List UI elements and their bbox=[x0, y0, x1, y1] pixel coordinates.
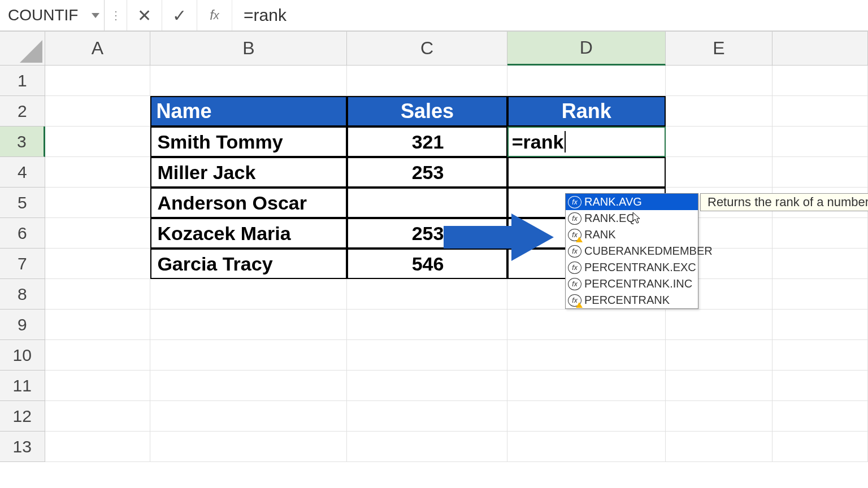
cell-C13[interactable] bbox=[347, 432, 507, 462]
cell-D9[interactable] bbox=[507, 310, 666, 340]
cell-F7[interactable] bbox=[772, 249, 868, 279]
cell-B10[interactable] bbox=[150, 340, 347, 371]
cell-B12[interactable] bbox=[150, 401, 347, 432]
cell-D10[interactable] bbox=[507, 340, 666, 371]
autocomplete-item-cuberankedmember[interactable]: fx CUBERANKEDMEMBER bbox=[566, 243, 698, 259]
cell-A9[interactable] bbox=[45, 310, 151, 340]
cell-B3[interactable]: Smith Tommy bbox=[150, 127, 347, 157]
col-header-D[interactable]: D bbox=[507, 32, 666, 66]
col-header-C[interactable]: C bbox=[347, 32, 507, 66]
cell-E12[interactable] bbox=[666, 401, 772, 432]
chevron-down-icon[interactable] bbox=[92, 13, 99, 18]
cell-F1[interactable] bbox=[772, 66, 868, 96]
table-header-rank[interactable]: Rank bbox=[507, 96, 666, 127]
cell-B9[interactable] bbox=[150, 310, 347, 340]
cell-A10[interactable] bbox=[45, 340, 151, 371]
col-header-F[interactable] bbox=[772, 32, 868, 66]
cell-D3-editing[interactable]: =rank bbox=[507, 127, 666, 157]
row-header-13[interactable]: 13 bbox=[0, 432, 45, 462]
cell-A2[interactable] bbox=[45, 96, 151, 127]
cell-B11[interactable] bbox=[150, 371, 347, 401]
cell-F9[interactable] bbox=[772, 310, 868, 340]
cell-A11[interactable] bbox=[45, 371, 151, 401]
col-header-A[interactable]: A bbox=[45, 32, 151, 66]
row-header-10[interactable]: 10 bbox=[0, 340, 45, 371]
cell-F8[interactable] bbox=[772, 279, 868, 310]
cell-A1[interactable] bbox=[45, 66, 151, 96]
row-header-11[interactable]: 11 bbox=[0, 371, 45, 401]
cell-C10[interactable] bbox=[347, 340, 507, 371]
function-icon: fx bbox=[568, 278, 581, 290]
cell-D12[interactable] bbox=[507, 401, 666, 432]
accept-formula-button[interactable]: ✓ bbox=[162, 0, 197, 30]
cell-E9[interactable] bbox=[666, 310, 772, 340]
cell-B6[interactable]: Kozacek Maria bbox=[150, 218, 347, 249]
autocomplete-item-rank-avg[interactable]: fx RANK.AVG bbox=[566, 194, 698, 210]
cell-B7[interactable]: Garcia Tracy bbox=[150, 249, 347, 279]
row-header-6[interactable]: 6 bbox=[0, 218, 45, 249]
cell-A12[interactable] bbox=[45, 401, 151, 432]
cell-D13[interactable] bbox=[507, 432, 666, 462]
cell-D11[interactable] bbox=[507, 371, 666, 401]
row-header-4[interactable]: 4 bbox=[0, 157, 45, 188]
fx-icon[interactable]: fx bbox=[197, 0, 232, 30]
cell-E10[interactable] bbox=[666, 340, 772, 371]
select-all-corner[interactable] bbox=[0, 32, 45, 66]
col-header-E[interactable]: E bbox=[666, 32, 772, 66]
autocomplete-item-rank[interactable]: fx RANK bbox=[566, 226, 698, 243]
cancel-formula-button[interactable]: ✕ bbox=[127, 0, 162, 30]
col-header-B[interactable]: B bbox=[150, 32, 347, 66]
cell-B1[interactable] bbox=[150, 66, 347, 96]
cell-F2[interactable] bbox=[772, 96, 868, 127]
cell-C1[interactable] bbox=[347, 66, 507, 96]
cell-A8[interactable] bbox=[45, 279, 151, 310]
cell-F3[interactable] bbox=[772, 127, 868, 157]
formula-input[interactable]: =rank bbox=[232, 0, 868, 30]
row-header-1[interactable]: 1 bbox=[0, 66, 45, 96]
cell-E3[interactable] bbox=[666, 127, 772, 157]
cell-D1[interactable] bbox=[507, 66, 666, 96]
table-header-sales[interactable]: Sales bbox=[347, 96, 507, 127]
row-header-5[interactable]: 5 bbox=[0, 188, 45, 218]
autocomplete-item-percentrank[interactable]: fx PERCENTRANK bbox=[566, 292, 698, 308]
cell-E1[interactable] bbox=[666, 66, 772, 96]
cell-C11[interactable] bbox=[347, 371, 507, 401]
row-header-7[interactable]: 7 bbox=[0, 249, 45, 279]
row-header-3[interactable]: 3 bbox=[0, 127, 45, 157]
cell-C8[interactable] bbox=[347, 279, 507, 310]
row-header-9[interactable]: 9 bbox=[0, 310, 45, 340]
autocomplete-item-rank-eq[interactable]: fx RANK.EQ bbox=[566, 210, 698, 226]
cell-E2[interactable] bbox=[666, 96, 772, 127]
cell-C4[interactable]: 253 bbox=[347, 157, 507, 188]
cell-E11[interactable] bbox=[666, 371, 772, 401]
cell-C9[interactable] bbox=[347, 310, 507, 340]
cell-D4[interactable] bbox=[507, 157, 666, 188]
cell-F10[interactable] bbox=[772, 340, 868, 371]
cell-B4[interactable]: Miller Jack bbox=[150, 157, 347, 188]
row-header-2[interactable]: 2 bbox=[0, 96, 45, 127]
cell-C12[interactable] bbox=[347, 401, 507, 432]
cell-A13[interactable] bbox=[45, 432, 151, 462]
cell-A7[interactable] bbox=[45, 249, 151, 279]
autocomplete-item-percentrank-inc[interactable]: fx PERCENTRANK.INC bbox=[566, 276, 698, 292]
row-header-12[interactable]: 12 bbox=[0, 401, 45, 432]
name-box[interactable]: COUNTIF bbox=[0, 0, 105, 30]
autocomplete-item-percentrank-exc[interactable]: fx PERCENTRANK.EXC bbox=[566, 259, 698, 276]
cell-B8[interactable] bbox=[150, 279, 347, 310]
cell-E13[interactable] bbox=[666, 432, 772, 462]
cell-A3[interactable] bbox=[45, 127, 151, 157]
cell-A5[interactable] bbox=[45, 188, 151, 218]
cell-B13[interactable] bbox=[150, 432, 347, 462]
cell-F11[interactable] bbox=[772, 371, 868, 401]
cell-F13[interactable] bbox=[772, 432, 868, 462]
cell-F12[interactable] bbox=[772, 401, 868, 432]
cell-F4[interactable] bbox=[772, 157, 868, 188]
cell-C3[interactable]: 321 bbox=[347, 127, 507, 157]
row-header-8[interactable]: 8 bbox=[0, 279, 45, 310]
cell-A6[interactable] bbox=[45, 218, 151, 249]
cell-B5[interactable]: Anderson Oscar bbox=[150, 188, 347, 218]
table-header-name[interactable]: Name bbox=[150, 96, 347, 127]
cell-F6[interactable] bbox=[772, 218, 868, 249]
cell-E4[interactable] bbox=[666, 157, 772, 188]
cell-A4[interactable] bbox=[45, 157, 151, 188]
